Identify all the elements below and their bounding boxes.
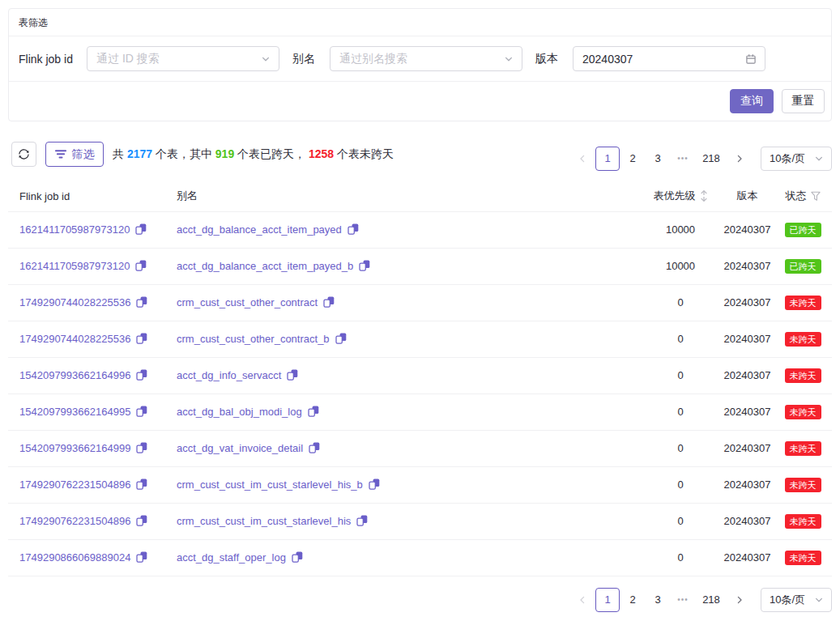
page-button-3[interactable]: 3 (646, 147, 670, 171)
version-date-input[interactable]: 20240307 (573, 46, 765, 71)
pagination-ellipsis[interactable]: ••• (671, 588, 695, 612)
copy-icon[interactable] (136, 515, 147, 526)
version-cell: 20240307 (721, 321, 774, 357)
copy-icon[interactable] (287, 369, 298, 381)
copy-icon[interactable] (359, 260, 370, 271)
copy-icon[interactable] (135, 260, 147, 271)
toolbar: 筛选 共 2177 个表，其中 919 个表已跨天， 1258 个表未跨天 12… (8, 141, 832, 168)
chevron-left-icon (578, 595, 587, 605)
pagination-next[interactable] (727, 147, 752, 171)
refresh-icon (18, 148, 30, 160)
table-row: 1621411705987973120acct_dg_balance_acct_… (8, 211, 832, 248)
table-body: 1621411705987973120acct_dg_balance_acct_… (8, 211, 832, 576)
status-badge: 未跨天 (785, 441, 821, 456)
priority-cell: 0 (640, 466, 721, 503)
filter-button[interactable]: 筛选 (45, 142, 104, 167)
version-cell: 20240307 (721, 539, 774, 576)
pagination-prev[interactable] (570, 147, 595, 171)
page-button-1[interactable]: 1 (595, 147, 620, 171)
pagination-prev[interactable] (570, 588, 595, 612)
alias-link[interactable]: crm_cust_cust_other_contract_b (177, 333, 330, 345)
job-id-link[interactable]: 1749290744028225536 (19, 296, 130, 308)
refresh-button[interactable] (11, 142, 36, 167)
copy-icon[interactable] (348, 223, 359, 235)
alias-link[interactable]: acct_dg_balance_acct_item_payed_b (177, 260, 353, 272)
column-title: 表优先级 (654, 189, 696, 203)
copy-icon[interactable] (136, 296, 147, 308)
alias-link[interactable]: crm_cust_cust_im_cust_starlevel_his_b (177, 479, 363, 491)
copy-icon[interactable] (136, 406, 147, 417)
alias-link[interactable]: acct_dg_balance_acct_item_payed (177, 223, 342, 236)
pagination-bottom: 123•••21810条/页 (570, 588, 832, 612)
job-id-link[interactable]: 1542097993662164996 (19, 369, 130, 381)
job-id-link[interactable]: 1542097993662164995 (19, 406, 130, 418)
sorter-icon[interactable] (700, 189, 708, 202)
table-row: 1621411705987973120acct_dg_balance_acct_… (8, 248, 832, 284)
col-alias: 别名 (165, 181, 640, 211)
table-header-row: Flink job id 别名 表优先级 版本 (8, 181, 832, 211)
job-id-link[interactable]: 1621411705987973120 (19, 260, 130, 272)
alias-link[interactable]: acct_dg_vat_invoice_detail (177, 442, 303, 454)
priority-cell: 10000 (640, 248, 721, 284)
flink-job-id-label: Flink job id (19, 53, 80, 66)
alias-link[interactable]: crm_cust_cust_im_cust_starlevel_his (177, 515, 351, 527)
status-badge: 未跨天 (785, 332, 821, 347)
copy-icon[interactable] (136, 369, 147, 381)
copy-icon[interactable] (356, 515, 368, 526)
page-button-3[interactable]: 3 (646, 588, 670, 612)
page-button-2[interactable]: 2 (620, 147, 645, 171)
pagination-ellipsis[interactable]: ••• (671, 147, 695, 171)
alias-link[interactable]: acct_dg_bal_obj_modi_log (177, 406, 302, 418)
job-id-link[interactable]: 1749290762231504896 (19, 479, 130, 491)
page: 表筛选 Flink job id 通过 ID 搜索 别名 通过别名搜索 版本 2… (0, 0, 840, 612)
alias-select[interactable]: 通过别名搜索 (330, 46, 522, 71)
pagination-next[interactable] (727, 588, 752, 612)
job-id-link[interactable]: 1749290866069889024 (19, 551, 130, 564)
page-button-218[interactable]: 218 (696, 588, 727, 612)
page-size-select[interactable]: 10条/页 (761, 588, 832, 612)
copy-icon[interactable] (335, 333, 347, 344)
filter-button-label: 筛选 (72, 147, 95, 162)
table-row: 1749290866069889024acct_dg_staff_oper_lo… (8, 539, 832, 576)
chevron-right-icon (735, 595, 744, 605)
flink-job-id-placeholder: 通过 ID 搜索 (96, 52, 160, 66)
job-id-link[interactable]: 1621411705987973120 (19, 223, 130, 236)
copy-icon[interactable] (323, 296, 335, 308)
status-badge: 未跨天 (785, 296, 821, 310)
copy-icon[interactable] (136, 442, 147, 453)
version-cell: 20240307 (721, 248, 774, 284)
copy-icon[interactable] (135, 223, 147, 235)
alias-link[interactable]: acct_dg_info_servacct (177, 369, 281, 381)
page-button-1[interactable]: 1 (595, 588, 620, 612)
col-priority: 表优先级 (640, 181, 721, 211)
job-id-link[interactable]: 1542097993662164999 (19, 442, 130, 454)
page-button-2[interactable]: 2 (620, 588, 645, 612)
alias-link[interactable]: crm_cust_cust_other_contract (177, 296, 318, 308)
version-label: 版本 (535, 52, 558, 66)
filter-funnel-icon[interactable] (811, 191, 821, 202)
chevron-down-icon (261, 54, 271, 64)
copy-icon[interactable] (309, 442, 320, 453)
footer-bar: 123•••21810条/页 (8, 588, 832, 612)
page-button-218[interactable]: 218 (696, 147, 727, 171)
status-badge: 未跨天 (785, 478, 821, 492)
copy-icon[interactable] (136, 551, 147, 563)
tables-table: Flink job id 别名 表优先级 版本 (8, 181, 832, 576)
priority-cell: 0 (640, 321, 721, 357)
copy-icon[interactable] (292, 551, 303, 563)
filter-card: 表筛选 Flink job id 通过 ID 搜索 别名 通过别名搜索 版本 2… (8, 8, 832, 121)
job-id-link[interactable]: 1749290762231504896 (19, 515, 130, 527)
filter-lines-icon (55, 149, 66, 160)
flink-job-id-select[interactable]: 通过 ID 搜索 (87, 46, 279, 71)
alias-link[interactable]: acct_dg_staff_oper_log (177, 551, 286, 564)
copy-icon[interactable] (136, 333, 147, 344)
copy-icon[interactable] (136, 479, 147, 490)
copy-icon[interactable] (308, 406, 319, 417)
col-version: 版本 (721, 181, 774, 211)
reset-button[interactable]: 重置 (782, 89, 825, 113)
job-id-link[interactable]: 1749290744028225536 (19, 333, 130, 345)
copy-icon[interactable] (369, 479, 380, 490)
page-size-select[interactable]: 10条/页 (761, 147, 832, 171)
col-status: 状态 (774, 181, 832, 211)
query-button[interactable]: 查询 (730, 89, 774, 113)
